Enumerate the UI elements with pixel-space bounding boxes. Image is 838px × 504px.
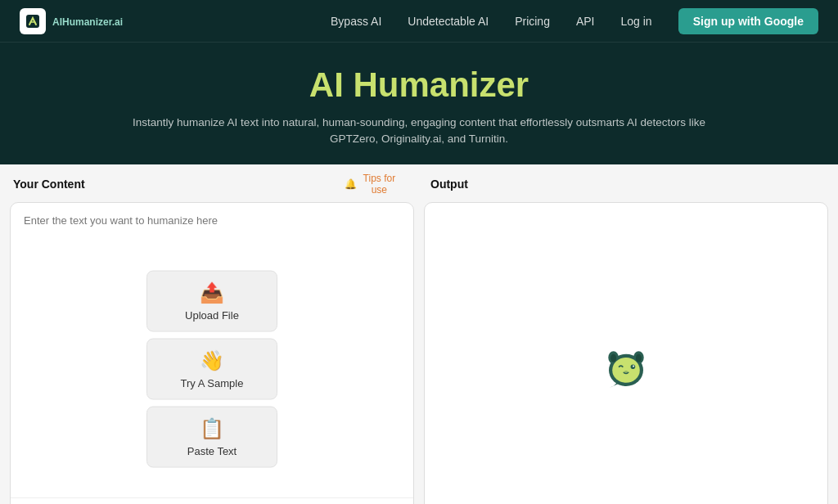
logo[interactable]: AIHumanizer.ai [20,8,123,34]
left-panel-title: Your Content [13,178,345,191]
upload-icon: 📤 [200,281,224,304]
navigation: AIHumanizer.ai Bypass AI Undetectable AI… [0,0,838,43]
svg-point-5 [636,353,642,362]
left-panel-footer: Check for AI Mode: ✏️ Advanced Basic Enh… [11,497,413,505]
svg-point-9 [624,371,628,373]
paste-label: Paste Text [187,444,237,457]
wave-icon: 👋 [200,349,224,371]
nav-links: Bypass AI Undetectable AI Pricing API Lo… [331,14,652,29]
main-content: Your Content 🔔 Tips for use Output 📤 Upl… [0,164,838,505]
panels-container: 📤 Upload File 👋 Try A Sample 📋 Paste Tex… [0,202,838,505]
upload-label: Upload File [185,308,239,321]
signup-button[interactable]: Sign up with Google [678,8,818,34]
panel-headers: Your Content 🔔 Tips for use Output [0,164,838,202]
hero-title: AI Humanizer [16,65,822,105]
paste-icon: 📋 [200,416,224,439]
tips-button[interactable]: 🔔 Tips for use [345,173,398,196]
svg-point-8 [633,365,634,367]
try-sample-button[interactable]: 👋 Try A Sample [146,338,277,399]
hero-section: AI Humanizer Instantly humanize AI text … [0,43,838,164]
mascot-icon [597,340,655,398]
tips-icon: 🔔 [345,178,357,190]
hero-subtitle: Instantly humanize AI text into natural,… [108,115,730,148]
action-buttons: 📤 Upload File 👋 Try A Sample 📋 Paste Tex… [138,270,286,467]
tips-label: Tips for use [361,173,398,196]
logo-icon [20,8,46,34]
svg-point-6 [612,358,640,383]
sample-label: Try A Sample [181,376,244,389]
svg-point-4 [610,353,616,362]
nav-api[interactable]: API [576,15,595,28]
upload-file-button[interactable]: 📤 Upload File [146,270,277,331]
nav-undetectable-ai[interactable]: Undetectable AI [408,15,489,28]
right-panel-title: Output [430,178,468,191]
left-panel: 📤 Upload File 👋 Try A Sample 📋 Paste Tex… [10,202,414,505]
paste-text-button[interactable]: 📋 Paste Text [146,406,277,467]
right-panel [424,202,828,505]
logo-text: AIHumanizer.ai [52,12,123,29]
nav-pricing[interactable]: Pricing [515,15,550,28]
nav-login[interactable]: Log in [621,15,652,28]
nav-bypass-ai[interactable]: Bypass AI [331,15,381,28]
